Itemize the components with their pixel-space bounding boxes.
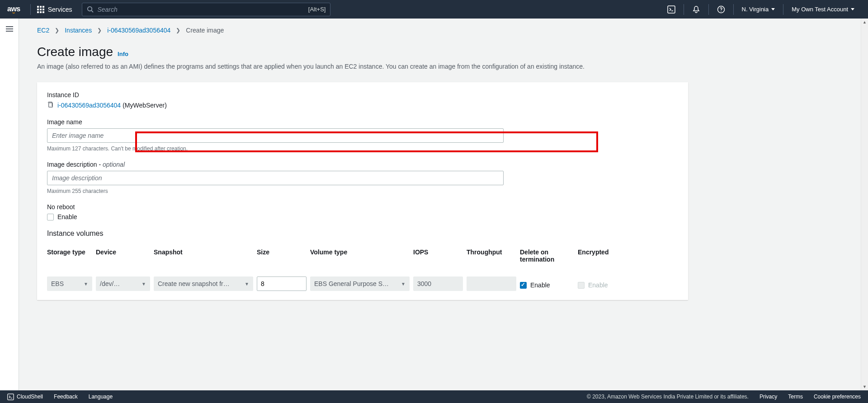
copy-icon[interactable] — [47, 101, 54, 109]
volumes-table: Storage type Device Snapshot Size Volume… — [47, 248, 678, 291]
page-description: An image (also referred to as an AMI) de… — [37, 62, 688, 71]
cloudshell-icon — [667, 5, 675, 14]
chevron-down-icon: ▼ — [142, 281, 146, 286]
notifications-button[interactable] — [686, 0, 707, 19]
storage-type-select[interactable]: EBS▼ — [47, 276, 92, 291]
breadcrumb-instances[interactable]: Instances — [65, 27, 92, 34]
scroll-down-icon[interactable]: ▼ — [861, 383, 868, 390]
search-hint: [Alt+S] — [308, 6, 326, 13]
chevron-down-icon: ▼ — [84, 281, 88, 286]
cloudshell-button[interactable]: CloudShell — [7, 394, 43, 400]
chevron-down-icon: ▼ — [401, 281, 406, 286]
account-label: My Own Test Account — [792, 6, 848, 13]
size-input[interactable] — [257, 276, 307, 291]
breadcrumb-current: Create image — [186, 27, 224, 34]
terms-link[interactable]: Terms — [788, 394, 803, 400]
cloudshell-icon — [7, 394, 14, 400]
image-name-label: Image name — [47, 118, 678, 126]
help-button[interactable] — [711, 0, 731, 19]
chevron-right-icon: ❯ — [55, 27, 59, 33]
col-encrypted: Encrypted — [578, 248, 623, 263]
account-selector[interactable]: My Own Test Account — [785, 0, 861, 19]
region-label: N. Virginia — [742, 6, 769, 13]
bell-icon — [692, 5, 700, 14]
encrypted-label: Enable — [588, 281, 608, 289]
breadcrumb: EC2 ❯ Instances ❯ i-06430569ad3056404 ❯ … — [37, 27, 688, 34]
chevron-right-icon: ❯ — [97, 27, 102, 33]
image-description-input[interactable] — [47, 171, 504, 185]
hamburger-menu-button[interactable] — [6, 25, 13, 390]
region-selector[interactable]: N. Virginia — [736, 0, 782, 19]
chevron-right-icon: ❯ — [176, 27, 180, 33]
left-rail — [0, 19, 19, 390]
col-storage-type: Storage type — [47, 248, 92, 263]
volume-type-select[interactable]: EBS General Purpose S…▼ — [310, 276, 410, 291]
instance-id-link[interactable]: i-06430569ad3056404 — [57, 102, 121, 109]
cloudshell-icon-button[interactable] — [661, 0, 682, 19]
svg-point-4 — [721, 11, 722, 12]
cloudshell-label: CloudShell — [17, 394, 43, 400]
svg-line-1 — [92, 10, 94, 12]
col-delete-on-termination: Delete on termination — [520, 248, 574, 263]
instance-name-suffix: (MyWebServer) — [123, 102, 167, 109]
info-link[interactable]: Info — [118, 51, 128, 57]
footer: CloudShell Feedback Language © 2023, Ama… — [0, 390, 868, 403]
feedback-link[interactable]: Feedback — [54, 394, 78, 400]
encrypted-checkbox — [578, 282, 585, 289]
svg-point-0 — [88, 7, 92, 11]
caret-down-icon — [771, 8, 775, 10]
help-icon — [717, 5, 725, 14]
aws-logo[interactable]: aws ⌣ — [7, 5, 20, 14]
nav-divider — [684, 4, 684, 15]
no-reboot-label: No reboot — [47, 203, 678, 211]
delete-on-termination-label: Enable — [530, 281, 550, 289]
no-reboot-enable-label: Enable — [57, 213, 77, 220]
col-size: Size — [257, 248, 307, 263]
create-image-panel: Instance ID i-06430569ad3056404 (MyWebSe… — [37, 82, 688, 300]
col-throughput: Throughput — [467, 248, 516, 263]
col-snapshot: Snapshot — [154, 248, 253, 263]
chevron-down-icon: ▼ — [245, 281, 249, 286]
services-label: Services — [48, 6, 72, 13]
instance-id-label: Instance ID — [47, 91, 678, 98]
privacy-link[interactable]: Privacy — [760, 394, 777, 400]
throughput-value — [467, 276, 516, 291]
breadcrumb-instance-id[interactable]: i-06430569ad3056404 — [107, 27, 170, 34]
snapshot-select[interactable]: Create new snapshot fr…▼ — [154, 276, 253, 291]
nav-divider — [783, 4, 783, 15]
cookie-preferences-link[interactable]: Cookie preferences — [814, 394, 861, 400]
image-description-hint: Maximum 255 characters — [47, 188, 678, 194]
top-nav: aws ⌣ Services Search [Alt+S] N. Virgini… — [0, 0, 868, 19]
col-iops: IOPS — [413, 248, 463, 263]
scroll-up-icon[interactable]: ▲ — [861, 19, 868, 26]
nav-divider — [733, 4, 734, 15]
delete-on-termination-checkbox[interactable] — [520, 282, 527, 289]
image-description-label: Image description - optional — [47, 161, 678, 168]
page-title: Create image — [37, 45, 113, 59]
nav-divider — [30, 4, 31, 15]
services-menu-button[interactable]: Services — [33, 6, 77, 13]
image-name-hint: Maximum 127 characters. Can't be modifie… — [47, 145, 678, 152]
volume-row: EBS▼ /dev/…▼ Create new snapshot fr…▼ EB… — [47, 276, 678, 291]
nav-right: N. Virginia My Own Test Account — [661, 0, 861, 19]
no-reboot-checkbox[interactable] — [47, 214, 54, 220]
search-placeholder: Search — [97, 6, 117, 13]
search-input[interactable]: Search [Alt+S] — [82, 3, 330, 16]
iops-value: 3000 — [413, 276, 463, 291]
main-content: EC2 ❯ Instances ❯ i-06430569ad3056404 ❯ … — [19, 19, 868, 390]
col-volume-type: Volume type — [310, 248, 410, 263]
caret-down-icon — [851, 8, 854, 10]
search-icon — [87, 6, 94, 13]
image-name-input[interactable] — [47, 128, 504, 143]
copyright-text: © 2023, Amazon Web Services India Privat… — [587, 394, 749, 400]
scrollbar[interactable]: ▲ ▼ — [861, 19, 868, 390]
col-device: Device — [96, 248, 150, 263]
language-link[interactable]: Language — [89, 394, 113, 400]
nav-divider — [708, 4, 709, 15]
services-grid-icon — [37, 6, 44, 13]
instance-volumes-header: Instance volumes — [47, 230, 678, 238]
device-select[interactable]: /dev/…▼ — [96, 276, 150, 291]
breadcrumb-ec2[interactable]: EC2 — [37, 27, 49, 34]
